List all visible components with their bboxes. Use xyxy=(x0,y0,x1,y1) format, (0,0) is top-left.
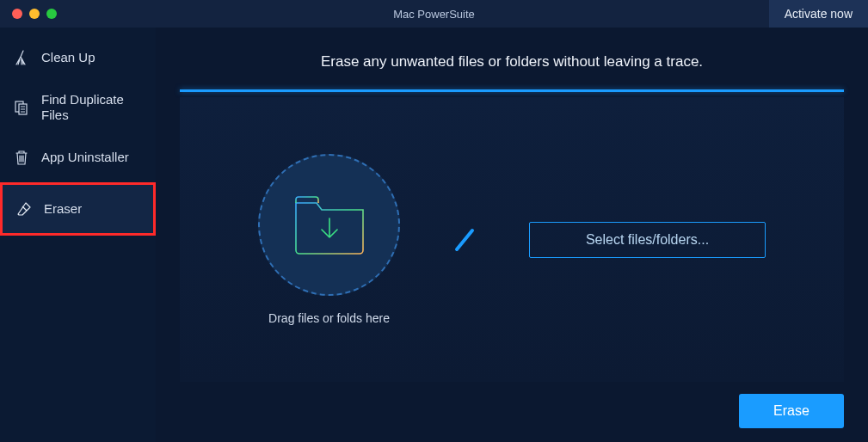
eraser-panel: Drag files or folds here Select files/fo… xyxy=(180,97,844,382)
close-window-button[interactable] xyxy=(12,9,22,19)
trash-icon xyxy=(12,149,31,166)
select-files-button[interactable]: Select files/folders... xyxy=(529,222,766,258)
titlebar: Mac PowerSuite Activate now xyxy=(0,0,868,28)
sidebar-item-label: Clean Up xyxy=(41,50,95,65)
main-panel: Erase any unwanted files or folders with… xyxy=(156,28,868,442)
sidebar-item-cleanup[interactable]: Clean Up xyxy=(0,33,156,83)
app-window: Mac PowerSuite Activate now Clean Up xyxy=(0,0,868,442)
separator-slash-icon xyxy=(452,227,477,253)
duplicate-icon xyxy=(12,99,31,116)
sidebar: Clean Up Find Duplicate Files xyxy=(0,28,156,442)
sidebar-item-label: Find Duplicate Files xyxy=(41,92,136,123)
window-title: Mac PowerSuite xyxy=(0,8,868,21)
minimize-window-button[interactable] xyxy=(29,9,40,19)
divider-accent xyxy=(180,89,844,92)
dropzone-label: Drag files or folds here xyxy=(258,311,400,325)
dropzone-circle xyxy=(258,154,400,296)
sidebar-item-duplicates[interactable]: Find Duplicate Files xyxy=(0,83,156,132)
window-controls xyxy=(12,9,57,19)
eraser-icon xyxy=(15,200,34,218)
dropzone[interactable]: Drag files or folds here xyxy=(258,154,400,325)
folder-download-icon xyxy=(291,193,368,257)
zoom-window-button[interactable] xyxy=(46,9,57,19)
sidebar-item-uninstaller[interactable]: App Uninstaller xyxy=(0,132,156,182)
svg-line-2 xyxy=(457,230,472,249)
page-headline: Erase any unwanted files or folders with… xyxy=(180,45,844,89)
sidebar-item-label: Eraser xyxy=(44,201,82,217)
sidebar-item-eraser[interactable]: Eraser xyxy=(0,182,156,236)
sidebar-item-label: App Uninstaller xyxy=(41,150,129,165)
erase-button[interactable]: Erase xyxy=(739,394,844,428)
bottom-bar: Erase xyxy=(180,382,844,428)
activate-button[interactable]: Activate now xyxy=(769,0,868,28)
broom-icon xyxy=(12,49,31,66)
